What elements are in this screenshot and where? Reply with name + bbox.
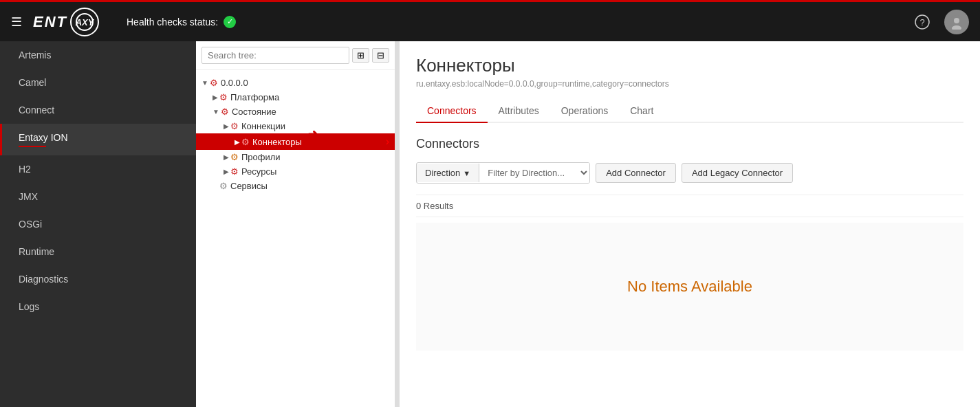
- tree-node-profiles[interactable]: ▶ ⚙ Профили: [196, 150, 395, 164]
- sidebar-item-osgi[interactable]: OSGi: [0, 210, 196, 238]
- connectors-node-label: Коннекторы: [252, 137, 378, 147]
- chevron-icon: ▶: [224, 122, 229, 130]
- profiles-node-label: Профили: [241, 152, 389, 162]
- health-label: Health checks status:: [127, 16, 218, 28]
- tree-panel: ⊞ ⊟ ▼ ⚙ 0.0.0.0 ▶ ⚙ Платформа ▼: [196, 41, 395, 407]
- tree-node-resources[interactable]: ▶ ⚙ Ресурсы: [196, 164, 395, 179]
- avatar[interactable]: [944, 10, 969, 34]
- sidebar-item-jmx[interactable]: JMX: [0, 183, 196, 210]
- logo-circle: AXY: [70, 8, 99, 36]
- filter-group: Direction ▼ Filter by Direction... Inbou…: [416, 162, 590, 184]
- connections-node-icon: ⚙: [230, 121, 239, 131]
- chevron-icon: ▶: [235, 138, 240, 146]
- results-count: 0 Results: [416, 195, 963, 217]
- chevron-icon: ▼: [213, 108, 219, 116]
- add-legacy-connector-button[interactable]: Add Legacy Connector: [682, 163, 793, 183]
- page-title: Коннекторы: [416, 55, 963, 76]
- section-title: Connectors: [416, 137, 963, 151]
- tree-search-icons: ⊞ ⊟: [352, 48, 389, 63]
- platform-node-icon: ⚙: [219, 92, 228, 102]
- tree-search-input[interactable]: [202, 47, 349, 64]
- top-header: ☰ ENT AXY Health checks status: ✓ ?: [0, 0, 980, 41]
- chevron-icon: ▼: [202, 79, 208, 87]
- tree-expand-all-button[interactable]: ⊞: [352, 48, 369, 63]
- tree-content: ▼ ⚙ 0.0.0.0 ▶ ⚙ Платформа ▼ ⚙ Состояние: [196, 70, 395, 199]
- tab-chart[interactable]: Chart: [619, 100, 664, 123]
- tree-node-connectors[interactable]: ▶ ⚙ Коннекторы ➜ ›: [196, 133, 395, 150]
- sidebar: Artemis Camel Connect Entaxy ION H2 JMX …: [0, 41, 196, 407]
- sidebar-item-artemis[interactable]: Artemis: [0, 41, 196, 69]
- tree-node-root[interactable]: ▼ ⚙ 0.0.0.0: [196, 76, 395, 90]
- sidebar-item-camel[interactable]: Camel: [0, 69, 196, 96]
- tabs-bar: Connectors Attributes Operations Chart: [416, 100, 963, 123]
- expand-arrow: ›: [386, 135, 389, 148]
- health-status-icon: ✓: [224, 16, 236, 28]
- chevron-down-icon: ▼: [463, 169, 470, 177]
- services-node-icon: ⚙: [219, 181, 228, 191]
- chevron-icon: ▶: [224, 153, 229, 161]
- tree-node-platform[interactable]: ▶ ⚙ Платформа: [196, 90, 395, 104]
- tree-node-connections[interactable]: ▶ ⚙ Коннекции: [196, 119, 395, 133]
- sidebar-item-logs[interactable]: Logs: [0, 293, 196, 320]
- menu-icon[interactable]: ☰: [11, 14, 22, 30]
- add-connector-button[interactable]: Add Connector: [596, 163, 676, 183]
- state-node-label: Состояние: [232, 107, 389, 117]
- filter-direction-label: Direction ▼: [417, 164, 479, 182]
- logo-text: ENT: [33, 13, 67, 31]
- help-icon[interactable]: ?: [911, 11, 933, 33]
- state-node-icon: ⚙: [221, 107, 229, 117]
- logo-svg: AXY: [75, 12, 94, 32]
- sidebar-item-connect[interactable]: Connect: [0, 96, 196, 124]
- main-content: Коннекторы ru.entaxy.esb:localNode=0.0.0…: [400, 41, 980, 407]
- services-node-label: Сервисы: [230, 181, 389, 191]
- root-node-icon: ⚙: [210, 78, 218, 88]
- sidebar-item-diagnostics[interactable]: Diagnostics: [0, 265, 196, 293]
- sidebar-item-h2[interactable]: H2: [0, 155, 196, 183]
- toolbar: Direction ▼ Filter by Direction... Inbou…: [416, 162, 963, 184]
- logo: ENT AXY: [33, 8, 99, 36]
- chevron-icon: ▶: [213, 94, 218, 101]
- help-svg: ?: [915, 14, 930, 30]
- tab-connectors[interactable]: Connectors: [416, 100, 488, 123]
- platform-node-label: Платформа: [230, 92, 389, 102]
- tree-node-state[interactable]: ▼ ⚙ Состояние: [196, 104, 395, 119]
- root-node-label: 0.0.0.0: [221, 78, 389, 88]
- avatar-svg: [949, 14, 964, 30]
- profiles-node-icon: ⚙: [230, 152, 239, 162]
- tree-collapse-all-button[interactable]: ⊟: [372, 48, 389, 63]
- main-layout: Artemis Camel Connect Entaxy ION H2 JMX …: [0, 41, 980, 407]
- chevron-icon: ▶: [224, 168, 229, 175]
- no-items-message: No Items Available: [416, 223, 963, 351]
- health-check: Health checks status: ✓: [127, 16, 236, 28]
- header-icons: ?: [911, 10, 969, 34]
- breadcrumb: ru.entaxy.esb:localNode=0.0.0.0,group=ru…: [416, 79, 963, 89]
- tab-operations[interactable]: Operations: [550, 100, 619, 123]
- tree-node-services[interactable]: ▶ ⚙ Сервисы: [196, 179, 395, 193]
- connectors-node-icon: ⚙: [241, 137, 250, 147]
- sidebar-item-runtime[interactable]: Runtime: [0, 238, 196, 265]
- tree-search-bar: ⊞ ⊟: [196, 41, 395, 70]
- resources-node-icon: ⚙: [230, 166, 239, 177]
- svg-point-5: [954, 18, 959, 23]
- filter-direction-select[interactable]: Filter by Direction... Inbound Outbound: [479, 163, 589, 183]
- tab-attributes[interactable]: Attributes: [488, 100, 550, 123]
- svg-text:AXY: AXY: [75, 17, 94, 28]
- connections-node-label: Коннекции: [241, 121, 389, 131]
- sidebar-item-entaxy-ion[interactable]: Entaxy ION: [0, 124, 196, 155]
- svg-text:?: ?: [919, 17, 924, 28]
- resources-node-label: Ресурсы: [241, 166, 389, 177]
